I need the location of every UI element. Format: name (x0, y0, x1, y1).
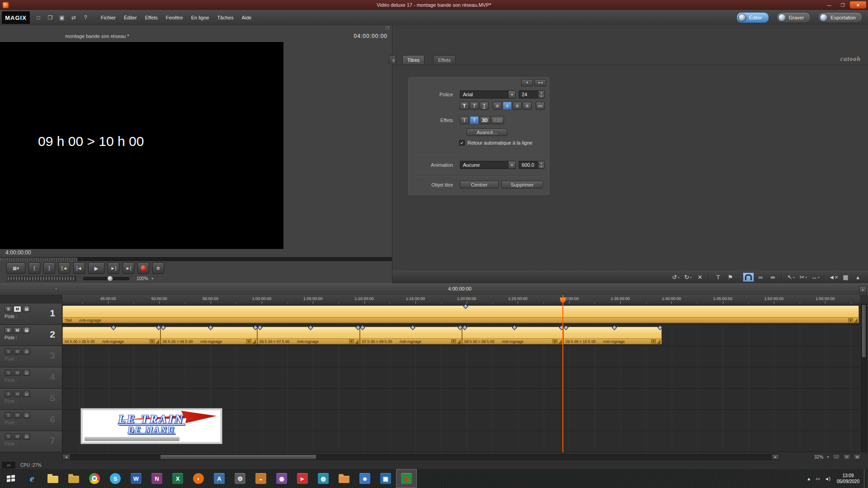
onenote-icon[interactable]: N (146, 469, 167, 488)
clip-menu-icon[interactable]: ▼ (451, 339, 456, 343)
pool-tab-effets[interactable]: Effets (433, 55, 456, 64)
track-1-lane[interactable]: TitelAnti-rognage▼ (62, 304, 860, 324)
timeline-zoom-menu-icon[interactable] (826, 455, 830, 459)
text-frame-button[interactable]: ▭ (536, 102, 545, 110)
word-wrap-checkbox[interactable] (459, 140, 465, 145)
magix-video-deluxe-icon[interactable]: ◆ (396, 469, 417, 488)
clip-fade-handle-icon[interactable] (854, 318, 858, 323)
track-3-mute-button[interactable]: M (14, 348, 21, 355)
track-7-header[interactable]: SMPiste :7 (0, 431, 62, 452)
mode-button-exportation[interactable]: Exportation (818, 12, 863, 23)
slider-knob[interactable] (107, 276, 113, 282)
settings-gear-icon[interactable]: ⚙ (230, 469, 250, 488)
snap-magnet-button[interactable] (743, 272, 754, 282)
track-6-header[interactable]: SMPiste :6 (0, 410, 62, 431)
bold-button[interactable]: T (460, 102, 469, 110)
track-5-lane[interactable] (62, 389, 860, 409)
mixer-button[interactable]: ▦ (840, 272, 851, 282)
start-button[interactable] (0, 469, 22, 488)
font-size-arrows[interactable] (538, 91, 544, 98)
timeline-options-button[interactable] (859, 286, 867, 293)
mode-button-graver[interactable]: Graver (776, 12, 811, 23)
menu-aide[interactable]: Aide (237, 10, 255, 25)
timeline-vscrollbar[interactable] (861, 304, 867, 452)
contacts-icon[interactable]: ☻ (354, 469, 375, 488)
word-icon[interactable]: W (126, 469, 146, 488)
audio-clip-2[interactable]: 05 h 00 > 06 h 00Anti-rognage▼ (160, 327, 257, 344)
track-7-solo-button[interactable]: S (5, 433, 12, 440)
audio-clip-5[interactable]: 08 h 00 > 09 h 00Anti-rognage▼ (462, 327, 563, 344)
excel-icon[interactable]: X (167, 469, 188, 488)
animation-select[interactable]: Aucune (460, 161, 516, 169)
menu-en-ligne[interactable]: En ligne (187, 10, 213, 25)
save-project-button[interactable]: ▣ (57, 13, 67, 22)
vscrollbar-thumb[interactable] (862, 305, 866, 357)
play-range-button[interactable]: ►} (108, 263, 119, 274)
track-7-lock-button[interactable] (23, 433, 30, 440)
range-mode-button[interactable]: ↔▾ (810, 272, 821, 282)
mouse-mode-button[interactable]: ↖▾ (785, 272, 797, 282)
center-title-button[interactable]: Centrer (460, 181, 499, 188)
track-3-lane[interactable] (62, 346, 860, 367)
track-3-solo-button[interactable]: S (5, 348, 12, 355)
file-explorer-icon[interactable] (42, 469, 63, 488)
menu-fenetre[interactable]: Fenêtre (162, 10, 187, 25)
scroll-left-button[interactable] (63, 455, 70, 460)
arranger-view-button[interactable]: ≣ (152, 263, 164, 274)
zoom-object-button[interactable] (843, 454, 850, 460)
track-5-lock-button[interactable] (23, 391, 30, 397)
clip-fade-handle-icon[interactable] (252, 339, 256, 344)
zoom-grid-button[interactable] (854, 454, 861, 460)
new-project-button[interactable]: □ (33, 13, 43, 22)
timeline-hscrollbar[interactable] (62, 454, 779, 460)
store-icon[interactable]: ◍ (313, 469, 334, 488)
shuttle-button[interactable]: ▦▾ (6, 263, 25, 274)
go-to-end-button[interactable]: ►| (123, 263, 134, 274)
font-family-select[interactable]: Arial (460, 90, 516, 99)
animation-duration-spinner[interactable]: 600.0 (519, 161, 545, 169)
firefox-icon[interactable]: ◗ (188, 469, 209, 488)
catooh-logo[interactable]: catooh (840, 56, 861, 63)
pool-tab-titres[interactable]: Titres (402, 55, 425, 64)
track-5-solo-button[interactable]: S (5, 391, 12, 397)
open-project-button[interactable]: ❒ (45, 13, 55, 22)
clip-menu-icon[interactable]: ▼ (552, 339, 557, 343)
track-3-lock-button[interactable] (23, 348, 30, 355)
ungroup-button[interactable]: ∞ (767, 272, 778, 282)
go-to-start-button[interactable]: |◄ (73, 263, 85, 274)
clip-menu-icon[interactable]: ▼ (848, 318, 853, 322)
library-folder-icon[interactable] (63, 469, 84, 488)
underline-button[interactable]: T (480, 102, 489, 110)
audio-clip-3[interactable]: 06 h 00 > 07 h 00Anti-rognage▼ (257, 327, 360, 344)
track-1-header[interactable]: SMPiste :1 (0, 304, 62, 324)
audio-clip-4[interactable]: 07 h 00 > 08 h 00Anti-rognage▼ (360, 327, 462, 344)
audio-clip-6[interactable]: 09 h 00 > 10 h 00Anti-rognage▼ (563, 327, 662, 344)
range-end-bracket-button[interactable]: } (43, 263, 55, 274)
taskbar-clock[interactable]: 13:09 05/09/2020 (835, 473, 861, 484)
photo-app-icon[interactable]: ◉ (271, 469, 292, 488)
razor-button[interactable]: ✂▾ (797, 272, 809, 282)
tray-volume-icon[interactable]: ◄) (825, 476, 830, 481)
group-button[interactable]: ∞ (755, 272, 766, 282)
paint-icon[interactable]: ◒ (250, 469, 271, 488)
timeline-ruler[interactable]: 45:00:0050:00:0055:00:001:00:00:001:05:0… (62, 295, 860, 304)
title-clip[interactable]: TitelAnti-rognage▼ (62, 305, 859, 323)
downloads-folder-icon[interactable] (334, 469, 354, 488)
show-desktop-button[interactable] (864, 469, 868, 488)
pool-tab-s[interactable]: s (389, 55, 396, 64)
track-1-mute-button[interactable]: M (14, 306, 21, 312)
clip-menu-icon[interactable]: ▼ (246, 339, 251, 343)
track-4-mute-button[interactable]: M (14, 370, 21, 376)
clip-fade-handle-icon[interactable] (558, 339, 562, 344)
menu-fichier[interactable]: Fichier (97, 10, 120, 25)
track-3-header[interactable]: SMPiste :3 (0, 346, 62, 367)
hscrollbar-thumb[interactable] (160, 455, 316, 460)
menu-taches[interactable]: Tâches (213, 10, 237, 25)
play-button[interactable]: ► (88, 263, 104, 274)
reader-icon[interactable]: A (209, 469, 230, 488)
playback-scrubber[interactable] (0, 257, 392, 261)
playhead[interactable] (562, 295, 563, 452)
track-6-lock-button[interactable] (23, 412, 30, 418)
clip-fade-handle-icon[interactable] (657, 339, 660, 344)
maximize-button[interactable]: ❐ (836, 1, 849, 9)
